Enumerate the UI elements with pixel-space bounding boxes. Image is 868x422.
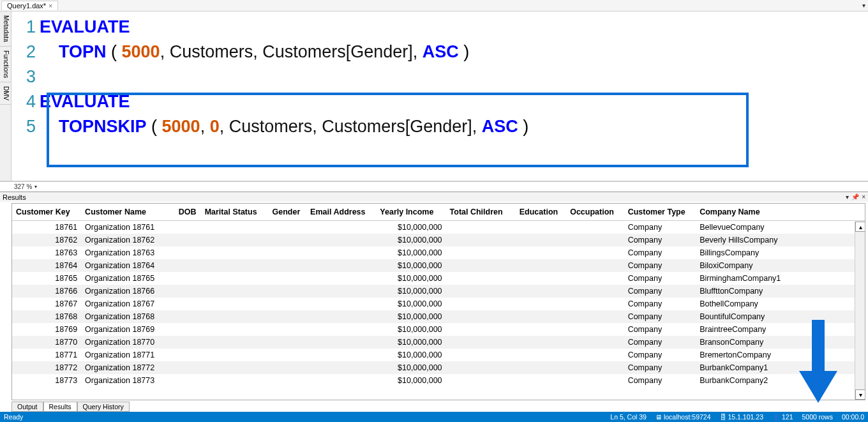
side-tab-dmv[interactable]: DMV <box>0 82 11 105</box>
status-host: 🖥localhost:59724 <box>655 413 711 421</box>
table-row[interactable]: 18772Organization 18772$10,000,000Compan… <box>12 361 865 374</box>
pin-icon[interactable]: 📌 <box>851 193 859 200</box>
bottom-tabs: Output Results Query History <box>0 400 868 412</box>
column-header[interactable]: DOB <box>175 204 201 221</box>
column-header[interactable]: Customer Type <box>624 204 696 221</box>
table-row[interactable]: 18770Organization 18770$10,000,000Compan… <box>12 336 865 349</box>
grid-header-row: Customer KeyCustomer NameDOBMarital Stat… <box>12 204 865 221</box>
scroll-up-icon[interactable]: ▴ <box>855 222 865 232</box>
scroll-down-icon[interactable]: ▾ <box>855 389 865 400</box>
status-version: 🗄15.1.101.23 <box>720 413 763 421</box>
results-panel-header: Results ▾ 📌 × <box>0 192 868 202</box>
side-tabs: Metadata Functions DMV <box>0 11 11 181</box>
column-header[interactable]: Email Address <box>306 204 376 221</box>
close-icon[interactable]: × <box>862 193 865 200</box>
results-grid[interactable]: Customer KeyCustomer NameDOBMarital Stat… <box>12 204 865 387</box>
table-row[interactable]: 18761Organization 18761$10,000,000Compan… <box>12 221 865 234</box>
results-grid-wrap: Customer KeyCustomer NameDOBMarital Stat… <box>11 203 865 400</box>
document-tab[interactable]: Query1.dax* × <box>1 1 58 10</box>
column-header[interactable]: Education <box>516 204 566 221</box>
tab-query-history[interactable]: Query History <box>77 402 130 412</box>
table-row[interactable]: 18762Organization 18762$10,000,000Compan… <box>12 234 865 246</box>
zoom-level[interactable]: 327 % <box>14 183 32 190</box>
editor-area: Metadata Functions DMV 12345 EVALUATE TO… <box>0 11 868 181</box>
column-header[interactable]: Company Name <box>696 204 865 221</box>
table-row[interactable]: 18766Organization 18766$10,000,000Compan… <box>12 285 865 298</box>
status-lncol: Ln 5, Col 39 <box>610 413 647 421</box>
user-icon: 👤 <box>772 414 780 421</box>
status-bar: Ready Ln 5, Col 39 🖥localhost:59724 🗄15.… <box>0 412 868 422</box>
code-editor-wrap: 12345 EVALUATE TOPN ( 5000, Customers, C… <box>11 11 868 181</box>
status-time: 00:00.0 <box>842 413 864 421</box>
status-rowcount: 5000 rows <box>802 413 833 421</box>
column-header[interactable]: Customer Key <box>12 204 81 221</box>
server-icon: 🖥 <box>655 414 662 421</box>
column-header[interactable]: Marital Status <box>201 204 269 221</box>
side-tab-functions[interactable]: Functions <box>0 47 11 82</box>
status-spid: 👤121 <box>772 413 793 421</box>
zoom-bar: 327 % ▾ <box>0 181 868 192</box>
column-header[interactable]: Yearly Income <box>376 204 445 221</box>
table-row[interactable]: 18765Organization 18765$10,000,000Compan… <box>12 272 865 285</box>
column-header[interactable]: Customer Name <box>81 204 175 221</box>
column-header[interactable]: Gender <box>269 204 307 221</box>
results-label: Results <box>3 193 26 201</box>
grid-body: 18761Organization 18761$10,000,000Compan… <box>12 221 865 388</box>
database-icon: 🗄 <box>720 414 726 421</box>
document-tabs: Query1.dax* × ▾ <box>0 0 868 11</box>
table-row[interactable]: 18764Organization 18764$10,000,000Compan… <box>12 259 865 272</box>
column-header[interactable]: Total Children <box>446 204 516 221</box>
close-icon[interactable]: × <box>49 3 52 10</box>
chevron-down-icon[interactable]: ▾ <box>862 2 865 9</box>
status-ready: Ready <box>4 413 601 421</box>
line-gutter: 12345 <box>11 11 40 181</box>
table-row[interactable]: 18768Organization 18768$10,000,000Compan… <box>12 310 865 323</box>
column-header[interactable]: Occupation <box>566 204 624 221</box>
chevron-down-icon[interactable]: ▾ <box>34 184 37 190</box>
tab-results[interactable]: Results <box>43 402 77 412</box>
side-tab-metadata[interactable]: Metadata <box>0 11 11 47</box>
table-row[interactable]: 18767Organization 18767$10,000,000Compan… <box>12 298 865 310</box>
vertical-scrollbar[interactable]: ▴ ▾ <box>855 222 865 400</box>
code-editor[interactable]: 12345 EVALUATE TOPN ( 5000, Customers, C… <box>11 11 868 181</box>
table-row[interactable]: 18771Organization 18771$10,000,000Compan… <box>12 349 865 361</box>
chevron-down-icon[interactable]: ▾ <box>846 193 849 200</box>
code-content[interactable]: EVALUATE TOPN ( 5000, Customers, Custome… <box>40 11 868 181</box>
table-row[interactable]: 18769Organization 18769$10,000,000Compan… <box>12 323 865 336</box>
table-row[interactable]: 18773Organization 18773$10,000,000Compan… <box>12 374 865 387</box>
table-row[interactable]: 18763Organization 18763$10,000,000Compan… <box>12 246 865 259</box>
tab-output[interactable]: Output <box>11 402 43 412</box>
document-tab-label: Query1.dax* <box>7 2 46 10</box>
